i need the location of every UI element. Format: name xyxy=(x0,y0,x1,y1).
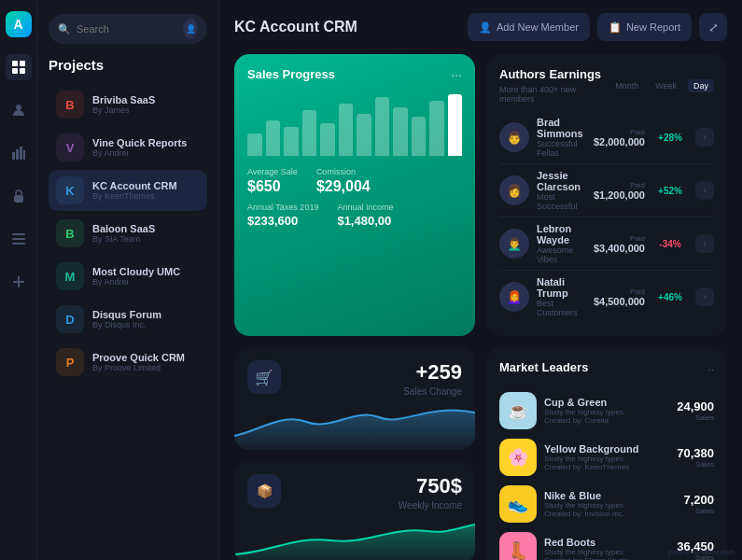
market-name: Red Boots xyxy=(544,537,669,548)
market-info: Nike & Blue Study the highesy types Crea… xyxy=(544,490,676,518)
svg-rect-1 xyxy=(20,61,25,66)
authors-subtitle: More than 400+ new members xyxy=(499,85,609,104)
add-member-label: Add New Member xyxy=(497,21,579,33)
svg-rect-8 xyxy=(23,150,25,160)
search-icon: 🔍 xyxy=(58,23,71,35)
left-metrics: 🛒 +259 Sales Change xyxy=(234,347,475,560)
user-avatar[interactable]: 👤 xyxy=(183,19,198,39)
market-leaders-list: ☕ Cup & Green Study the highesy types Cr… xyxy=(499,387,714,560)
sidebar-icon-lock[interactable] xyxy=(6,183,32,209)
period-tab[interactable]: Month xyxy=(609,79,644,92)
author-row: 👩 Jessie Clarcson Most Successful Paid $… xyxy=(499,164,714,217)
author-role: Best Customers xyxy=(537,299,586,317)
annual-taxes-label: Annual Taxes 2019 xyxy=(247,203,318,212)
author-amount: $4,500,000 xyxy=(594,296,645,307)
project-icon: K xyxy=(56,176,84,204)
author-info: Jessie Clarcson Most Successful xyxy=(537,170,586,211)
market-info: Red Boots Study the highesy types Create… xyxy=(544,537,669,560)
sales-bar-chart xyxy=(247,91,462,156)
sales-change-card: 🛒 +259 Sales Change xyxy=(234,347,475,450)
bar xyxy=(247,133,262,157)
commission-label: Comission xyxy=(316,167,371,176)
expand-icon: ⤢ xyxy=(708,21,719,35)
project-info: Briviba SaaS By James xyxy=(92,94,200,115)
author-arrow[interactable]: › xyxy=(695,128,714,147)
add-member-button[interactable]: 👤 Add New Member xyxy=(468,13,590,41)
author-name: Brad Simmons xyxy=(537,117,586,139)
market-desc: Study the highesy types xyxy=(544,455,669,463)
author-arrow[interactable]: › xyxy=(695,287,714,306)
market-desc: Study the highesy types xyxy=(544,548,669,556)
author-role: Most Successful xyxy=(537,192,586,211)
new-report-label: New Report xyxy=(626,21,680,33)
sidebar-icon-grid[interactable] xyxy=(6,54,32,80)
author-info: Lebron Wayde Awesome Vibes xyxy=(537,223,586,264)
author-avatar: 👩 xyxy=(499,175,529,205)
weekly-income-icon: 📦 xyxy=(247,474,281,508)
authors-earnings-card: Authors Earnings More than 400+ new memb… xyxy=(486,54,727,336)
author-row: 👨‍🦱 Lebron Wayde Awesome Vibes Paid $3,4… xyxy=(499,217,714,271)
project-item[interactable]: M Most Cloudy UMC By Andrei xyxy=(49,256,207,297)
author-earnings: Paid $4,500,000 xyxy=(594,287,645,307)
market-leader-row: ☕ Cup & Green Study the highesy types Cr… xyxy=(499,387,714,434)
project-name: Most Cloudy UMC xyxy=(92,266,200,277)
project-item[interactable]: V Vine Quick Reports By Andrei xyxy=(49,127,207,168)
bottom-grid: 🛒 +259 Sales Change xyxy=(234,347,727,560)
project-by: By KeenThemes xyxy=(92,191,200,201)
period-tab[interactable]: Day xyxy=(688,79,714,92)
author-avatar: 👩‍🦰 xyxy=(499,282,529,312)
project-item[interactable]: B Briviba SaaS By James xyxy=(49,84,207,125)
market-sales-label: Sales xyxy=(677,413,714,422)
market-sales-num: 24,900 xyxy=(677,399,714,413)
svg-point-4 xyxy=(16,105,21,110)
annual-income-label: Annual Income xyxy=(337,203,393,212)
market-creator: Created by: Corelid xyxy=(544,416,669,425)
market-name: Yellow Background xyxy=(544,443,669,455)
project-by: By Disqus Inc. xyxy=(92,320,200,329)
author-arrow[interactable]: › xyxy=(695,181,714,200)
market-sales: 24,900 Sales xyxy=(677,399,714,422)
project-name: Vine Quick Reports xyxy=(92,137,200,148)
author-role: Awesome Vibes xyxy=(537,245,586,264)
footer-credit: post of uimaker.com xyxy=(667,548,735,556)
sales-progress-more[interactable]: ··· xyxy=(451,67,462,82)
projects-title: Projects xyxy=(49,57,207,73)
author-earnings: Paid $1,200,000 xyxy=(594,181,645,201)
new-report-button[interactable]: 📋 New Report xyxy=(597,13,692,41)
svg-rect-5 xyxy=(12,152,15,160)
expand-button[interactable]: ⤢ xyxy=(699,13,727,41)
project-info: Proove Quick CRM By Proove Limited xyxy=(92,352,200,372)
project-item[interactable]: D Disqus Forum By Disqus Inc. xyxy=(49,299,207,340)
app-logo[interactable]: A xyxy=(6,11,32,37)
project-item[interactable]: B Baloon SaaS By SIA Team xyxy=(49,213,207,254)
weekly-income-sparkline xyxy=(234,508,475,560)
search-bar[interactable]: 🔍 👤 xyxy=(49,14,207,44)
main-content: KC Account CRM 👤 Add New Member 📋 New Re… xyxy=(219,0,742,560)
svg-rect-9 xyxy=(14,195,23,203)
market-info: Cup & Green Study the highesy types Crea… xyxy=(544,397,669,425)
header-actions: 👤 Add New Member 📋 New Report ⤢ xyxy=(468,13,727,41)
project-name: Baloon SaaS xyxy=(92,223,200,234)
period-tab[interactable]: Week xyxy=(650,79,682,92)
sidebar-icon-chart[interactable] xyxy=(6,140,32,166)
market-leaders-more[interactable]: ·· xyxy=(707,363,714,376)
author-change: +46% xyxy=(652,292,688,302)
sidebar-icon-user[interactable] xyxy=(6,97,32,123)
search-input[interactable] xyxy=(77,23,177,35)
market-creator: Created by: Figma Studio xyxy=(544,556,669,560)
author-amount: $2,000,000 xyxy=(594,136,645,147)
svg-rect-12 xyxy=(12,243,25,245)
sidebar-icon-add[interactable] xyxy=(6,269,32,295)
annual-income-value: $1,480,00 xyxy=(337,214,393,228)
svg-rect-14 xyxy=(13,281,24,283)
market-thumb: 👟 xyxy=(499,485,537,523)
market-sales-num: 7,200 xyxy=(683,493,714,507)
author-arrow[interactable]: › xyxy=(695,234,714,253)
project-item[interactable]: P Proove Quick CRM By Proove Limited xyxy=(49,342,207,383)
sidebar-icon-list[interactable] xyxy=(6,226,32,252)
author-paid-label: Paid xyxy=(594,234,645,243)
authors-header: Authors Earnings More than 400+ new memb… xyxy=(499,67,714,104)
project-item[interactable]: K KC Account CRM By KeenThemes xyxy=(49,170,207,211)
project-icon: B xyxy=(56,219,84,247)
svg-rect-11 xyxy=(12,238,25,240)
